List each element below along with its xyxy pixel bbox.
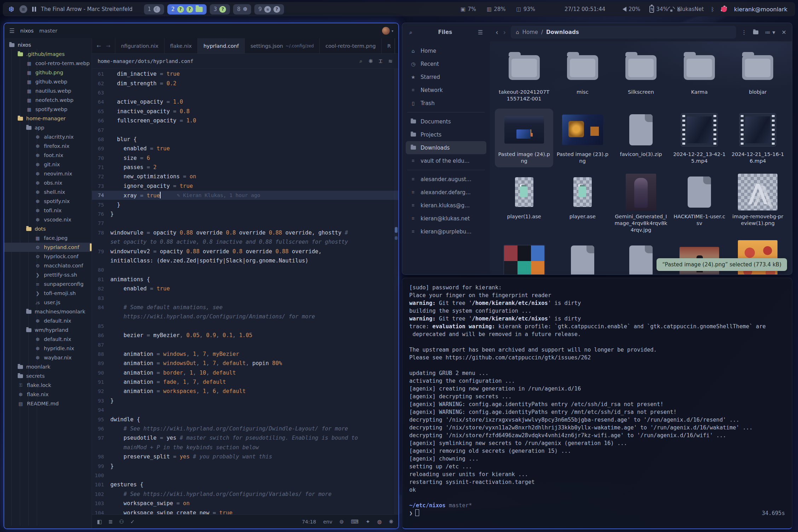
tree-item-dots[interactable]: dots — [4, 224, 92, 233]
editor-controls-icon[interactable]: ≋ — [388, 58, 393, 64]
tree-item-spotify.nix[interactable]: ❆spotify.nix — [4, 197, 92, 206]
sidebar-item-kieran-klukas-net[interactable]: ⌗kieran@klukas.net — [406, 212, 486, 225]
tree-item-.github-images[interactable]: .github/images — [4, 50, 92, 59]
file-item-misc[interactable]: misc — [553, 46, 612, 105]
tree-item-secrets[interactable]: secrets — [4, 371, 92, 381]
file-item-wrapped.png[interactable]: wrapped.png — [495, 240, 553, 275]
sidebar-item-kieran-purplebu-[interactable]: ⌗kieran@purplebu… — [406, 225, 486, 238]
kebab-menu-icon[interactable]: ⋮ — [741, 29, 747, 36]
tab-settings.json[interactable]: settings.json~/.config/zed — [245, 38, 320, 53]
notifications-icon[interactable]: ◍ — [377, 519, 382, 525]
account-button[interactable]: ▾ — [382, 27, 393, 35]
terminal-prompt[interactable]: ❯34.695s — [409, 509, 785, 517]
close-icon[interactable]: ✕ — [782, 29, 786, 36]
terminal-window[interactable]: [sudo] password for kierank:Place your f… — [402, 278, 792, 529]
tree-item-tofi.nix[interactable]: ❆tofi.nix — [4, 206, 92, 215]
sidebar-item-trash[interactable]: ▯Trash — [406, 97, 486, 110]
file-item-player.ase[interactable]: player.ase — [553, 171, 612, 236]
file-item-silkscreen[interactable]: Silkscreen — [612, 46, 670, 105]
bluetooth-icon[interactable]: ᛒ — [711, 6, 715, 13]
toggle-left-dock-icon[interactable]: ◧ — [97, 519, 102, 525]
text-cursor-icon[interactable]: Ɪ — [379, 58, 382, 64]
tree-item-hyprland.conf[interactable]: ⚙hyprland.conf — [4, 243, 92, 252]
tree-item-cool-retro-term.webp[interactable]: ▦cool-retro-term.webp — [4, 59, 92, 68]
tree-item-neovim.nix[interactable]: ❆neovim.nix — [4, 169, 92, 178]
tree-item-prettify-ss.sh[interactable]: ❯prettify-ss.sh — [4, 270, 92, 279]
collab-panel-icon[interactable]: ⚇ — [119, 519, 124, 525]
file-item-pasted-image-24-.png[interactable]: Pasted image (24).png — [495, 109, 553, 167]
pause-icon[interactable] — [32, 7, 36, 12]
tree-item-hypridle.nix[interactable]: ❆hypridle.nix — [4, 344, 92, 353]
tree-item-foot.nix[interactable]: ❆foot.nix — [4, 151, 92, 160]
sidebar-item-recent[interactable]: ◷Recent — [406, 57, 486, 70]
file-item-doubloonleaderboard.csv[interactable]: DoubloonLeaderboard.csv — [553, 240, 612, 275]
wifi-indicator[interactable]: KlukasNet — [668, 6, 704, 12]
tab-flake.nix[interactable]: flake.nix — [164, 38, 198, 53]
workspace-1[interactable]: 1☾ — [144, 4, 164, 15]
workspace-9[interactable]: 9≋? — [254, 4, 284, 15]
tab-nfiguration.nix[interactable]: nfiguration.nix — [115, 38, 164, 53]
file-item-gemini-generated-image-4rqv8k4rqv8k4rqv.jpg[interactable]: Gemini_Generated_Image_4rqv8k4rqv8k4rqv.… — [612, 171, 670, 236]
file-item-blobjar[interactable]: blobjar — [729, 46, 787, 105]
tree-item-macchiato.conf[interactable]: ⚙macchiato.conf — [4, 261, 92, 270]
file-item-hackatime-1-user.csv[interactable]: HACKATIME-1-user.csv — [670, 171, 729, 236]
sidebar-item-kieran-klukas-g-[interactable]: ⌗kieran.klukas@g… — [406, 199, 486, 212]
assistant-icon[interactable]: ✦ — [366, 519, 370, 525]
sidebar-item-network[interactable]: ⌗Network — [406, 83, 486, 97]
workspace-3[interactable]: 3? — [210, 4, 230, 15]
tree-item-default.nix[interactable]: ❆default.nix — [4, 335, 92, 344]
tree-item-hyprlock.conf[interactable]: ⚙hyprlock.conf — [4, 252, 92, 261]
file-item-2024-12-22-13-42-15.mp4[interactable]: 2024-12-22_13-42-15.mp4 — [670, 109, 729, 167]
workspace-8[interactable]: 8❆ — [233, 4, 251, 15]
new-folder-icon[interactable] — [753, 29, 758, 36]
breadcrumb-home[interactable]: Home — [522, 29, 538, 35]
sidebar-item-starred[interactable]: ★Starred — [406, 70, 486, 83]
back-icon[interactable]: ‹ — [496, 28, 498, 36]
breadcrumb-current[interactable]: Downloads — [546, 29, 579, 35]
file-item-image-removebg-preview-1-.png[interactable]: image-removebg-preview(1).png — [729, 171, 787, 236]
sidebar-item-vault-of-the-eldu-[interactable]: ⌗vault of the eldu… — [406, 154, 486, 167]
tree-item-default.nix[interactable]: ❆default.nix — [4, 316, 92, 325]
volume-indicator[interactable]: 20% — [623, 6, 640, 12]
tab-hyprland.conf[interactable]: hyprland.conf — [198, 38, 245, 53]
editor-scrollbar[interactable] — [394, 69, 398, 514]
tree-item-sunpaperconfig[interactable]: ≡sunpaperconfig — [4, 279, 92, 289]
sidebar-menu-icon[interactable]: ☰ — [478, 29, 483, 36]
tray-icon[interactable] — [721, 6, 727, 12]
terminal-panel-icon[interactable]: ⌨ — [351, 519, 359, 525]
git-branch[interactable]: master — [39, 28, 57, 34]
clock[interactable]: 27/12 00:51:44 — [565, 2, 605, 16]
tree-item-github.webp[interactable]: ▦github.webp — [4, 77, 92, 86]
file-item-favicon-io-3-.zip[interactable]: favicon_io(3).zip — [612, 109, 670, 167]
breadcrumb[interactable]: home-manager/dots/hyprland.conf — [98, 58, 193, 64]
sidebar-item-alexander-defarg-[interactable]: ⌗alexander.defarg… — [406, 186, 486, 199]
path-bar[interactable]: ⌂ Home / Downloads — [511, 26, 736, 39]
tree-item-moonlark[interactable]: moonlark — [4, 362, 92, 371]
inline-assist-icon[interactable]: ❋ — [369, 58, 373, 64]
nav-back-icon[interactable]: ← — [97, 43, 101, 49]
sidebar-item-home[interactable]: ⌂Home — [406, 44, 486, 57]
tree-item-user.js[interactable]: ᴊsuser.js — [4, 298, 92, 307]
tree-item-alacritty.nix[interactable]: ❆alacritty.nix — [4, 132, 92, 141]
tree-item-wm-hyprland[interactable]: wm/hyprland — [4, 325, 92, 335]
tab-cool-retro-term.png[interactable]: cool-retro-term.png — [320, 38, 382, 53]
tree-item-readme.md[interactable]: ▤README.md — [4, 399, 92, 408]
tree-item-app[interactable]: app — [4, 123, 92, 132]
tree-item-neofetch.webp[interactable]: ▦neofetch.webp — [4, 96, 92, 105]
nav-forward-icon[interactable]: → — [106, 43, 111, 49]
tree-item-spotify.webp[interactable]: ▦spotify.webp — [4, 105, 92, 114]
sidebar-item-downloads[interactable]: Downloads — [406, 141, 486, 154]
diagnostics-check-icon[interactable]: ✓ — [130, 519, 135, 525]
tree-item-nixos[interactable]: nixos — [4, 40, 92, 50]
tree-item-face.jpeg[interactable]: ▦face.jpeg — [4, 233, 92, 243]
file-item-player-1-.ase[interactable]: player(1).ase — [495, 171, 553, 236]
file-item-karma[interactable]: Karma — [670, 46, 729, 105]
outline-panel-icon[interactable]: ≣ — [108, 519, 113, 525]
tree-item-machines-moonlark[interactable]: machines/moonlark — [4, 307, 92, 316]
buffer-search-icon[interactable]: ⌕ — [359, 58, 362, 64]
env-label[interactable]: env — [323, 519, 332, 525]
tree-item-nautilus.webp[interactable]: ▦nautilus.webp — [4, 86, 92, 96]
sidebar-item-alesander-august-[interactable]: ⌗alesander.august… — [406, 173, 486, 186]
file-item-takeout-20241207t155714z-001[interactable]: takeout-20241207T155714Z-001 — [495, 46, 553, 105]
tree-item-vscode.nix[interactable]: ❆vscode.nix — [4, 215, 92, 224]
